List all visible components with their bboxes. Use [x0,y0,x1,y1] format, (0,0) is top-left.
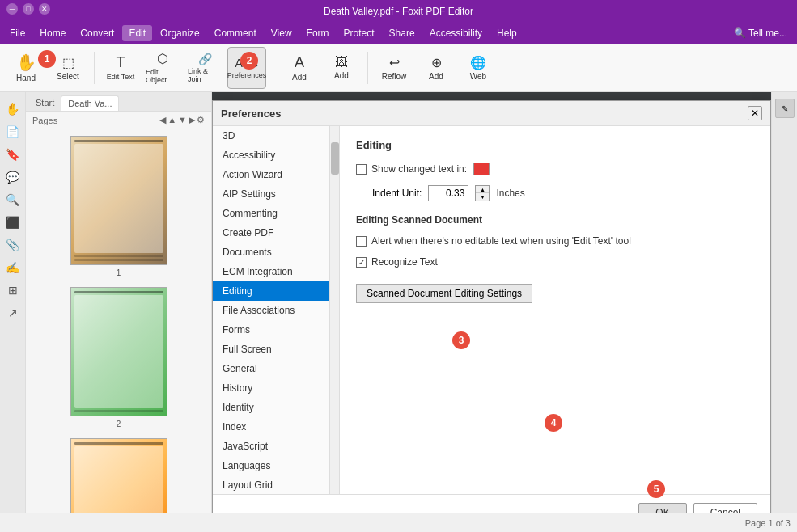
page-thumb-3 [70,438,167,513]
menu-search[interactable]: 🔍 Tell me... [727,25,794,41]
hand-sidebar-icon[interactable]: ✋ [2,99,23,120]
page-nav-right[interactable]: ▶ [189,115,195,125]
pref-item-full-screen[interactable]: Full Screen [213,340,329,359]
cancel-button[interactable]: Cancel [693,503,757,513]
comment-sidebar-icon[interactable]: 💬 [2,167,23,188]
recognize-text-text: Recognize Text [371,256,438,268]
pref-item-forms[interactable]: Forms [213,320,329,340]
edit-object-button[interactable]: ⬡ Edit Object [143,47,182,89]
pref-item-commenting[interactable]: Commenting [213,204,329,223]
page-nav-up[interactable]: ▲ [167,115,176,125]
pref-item-layout-grid[interactable]: Layout Grid [213,475,329,495]
page-thumbnail-1[interactable]: 1 [32,136,205,277]
menu-organize[interactable]: Organize [154,25,206,41]
select-tool-button[interactable]: ⬚ Select [49,47,87,89]
dialog-title: Preferences [221,108,281,120]
pref-item-history[interactable]: History [213,378,329,398]
indent-value-input[interactable] [428,185,468,201]
pref-item-index[interactable]: Index [213,417,329,437]
menu-edit[interactable]: Edit [122,25,152,41]
editing-section-title: Editing [356,139,754,151]
pref-item-javascript[interactable]: JavaScript [213,437,329,456]
menu-comment[interactable]: Comment [208,25,263,41]
badge-1: 1 [38,50,56,68]
pref-item-general[interactable]: General [213,359,329,378]
thumb-line [74,291,163,293]
add-text-button[interactable]: A Add [280,47,319,89]
add-image-button[interactable]: 🖼 Add [322,47,361,89]
layers-sidebar-icon[interactable]: ⬛ [2,212,23,233]
bookmark-sidebar-icon[interactable]: 🔖 [2,144,23,165]
ok-button[interactable]: OK [638,503,686,513]
spinner-up[interactable]: ▲ [476,186,489,193]
tab-death-valley[interactable]: Death Va... [61,95,119,111]
stamp-sidebar-icon[interactable]: ⊞ [2,280,23,301]
toolbar-sep-2 [273,52,273,84]
search-sidebar-icon[interactable]: 🔍 [2,189,23,210]
dialog-buttons: OK Cancel [213,494,770,513]
page-label-2: 2 [32,420,205,429]
dialog-scrollbar[interactable] [329,126,339,513]
pref-item-3d[interactable]: 3D [213,126,329,146]
dialog-sidebar: 3D Accessibility Action Wizard AIP Setti… [213,126,329,513]
page-thumbnail-3[interactable]: 3 [32,438,205,513]
recognize-text-checkbox[interactable] [356,257,367,268]
spinner-down[interactable]: ▼ [476,193,489,201]
pref-item-editing[interactable]: Editing [213,281,329,301]
pref-item-accessibility[interactable]: Accessibility [213,146,329,165]
reflow-button[interactable]: ↩ Reflow [375,47,413,89]
maximize-icon[interactable]: □ [23,3,34,15]
pref-item-file-assoc[interactable]: File Associations [213,301,329,320]
alert-no-editable-label[interactable]: Alert when there's no editable text when… [356,235,631,247]
scroll-thumb[interactable] [331,142,339,175]
attach-sidebar-icon[interactable]: 📎 [2,234,23,255]
web-button[interactable]: 🌐 Web [459,47,498,89]
show-changed-text-checkbox[interactable] [356,164,367,175]
pref-item-aip-settings[interactable]: AIP Settings [213,184,329,204]
dialog-close-button[interactable]: ✕ [748,106,762,120]
pref-item-create-pdf[interactable]: Create PDF [213,223,329,243]
close-icon[interactable]: ✕ [39,3,50,15]
annotation-panel-btn[interactable]: ✎ [775,99,795,118]
alert-no-editable-checkbox[interactable] [356,236,367,247]
menu-protect[interactable]: Protect [337,25,381,41]
edit-text-button[interactable]: T Edit Text [101,47,140,89]
menu-home[interactable]: Home [33,25,72,41]
menu-help[interactable]: Help [490,25,524,41]
menu-share[interactable]: Share [383,25,422,41]
indent-spinner[interactable]: ▲ ▼ [475,185,490,201]
select-label: Select [57,72,79,81]
reflow-icon: ↩ [389,55,400,70]
share-sidebar-icon[interactable]: ↗ [2,302,23,323]
menu-view[interactable]: View [265,25,299,41]
menu-file[interactable]: File [3,25,32,41]
page-options[interactable]: ⚙ [197,115,205,125]
toolbar: ✋ Hand ⬚ Select T Edit Text ⬡ Edit Objec… [0,44,797,92]
page-thumbnail-2[interactable]: 2 [32,287,205,429]
edit-text-label: Edit Text [107,73,134,81]
pref-item-identity[interactable]: Identity [213,398,329,417]
tab-start[interactable]: Start [29,95,61,111]
link-join-button[interactable]: 🔗 Link & Join [185,47,224,89]
color-swatch[interactable] [473,163,490,175]
page-nav-left[interactable]: ◀ [159,115,166,125]
right-panel: ✎ [771,92,797,513]
statusbar: Page 1 of 3 [0,513,797,532]
titlebar-controls[interactable]: ─ □ ✕ [6,3,50,15]
pref-item-languages[interactable]: Languages [213,456,329,475]
add-link-button[interactable]: ⊕ Add [417,47,456,89]
menu-form[interactable]: Form [300,25,336,41]
page-nav-down[interactable]: ▼ [178,115,187,125]
scanned-editing-settings-button[interactable]: Scanned Document Editing Settings [356,284,532,303]
pref-item-action-wizard[interactable]: Action Wizard [213,165,329,184]
pref-item-ecm[interactable]: ECM Integration [213,262,329,281]
sign-sidebar-icon[interactable]: ✍ [2,257,23,278]
menu-accessibility[interactable]: Accessibility [423,25,489,41]
show-changed-text-label[interactable]: Show changed text in: [356,163,467,175]
menu-convert[interactable]: Convert [74,25,121,41]
minimize-icon[interactable]: ─ [6,3,18,15]
recognize-text-label[interactable]: Recognize Text [356,256,438,268]
page-nav-icon[interactable]: 📄 [2,121,23,142]
pref-item-documents[interactable]: Documents [213,243,329,262]
titlebar: ─ □ ✕ Death Valley.pdf - Foxit PDF Edito… [0,0,797,23]
